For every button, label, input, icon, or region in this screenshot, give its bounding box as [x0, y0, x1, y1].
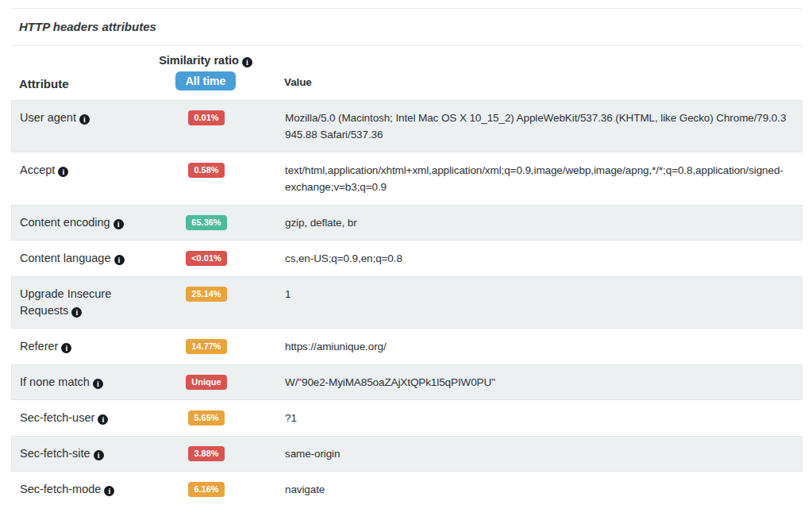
info-icon[interactable]: i: [242, 57, 252, 67]
similarity-ratio-badge: 6.16%: [188, 482, 224, 497]
info-icon[interactable]: i: [98, 414, 108, 425]
attribute-value: Mozilla/5.0 (Macintosh; Intel Mac OS X 1…: [254, 110, 794, 143]
attribute-value: text/html,application/xhtml+xml,applicat…: [254, 162, 794, 195]
table-row: Sec-fetch-useri 5.65% ?1: [11, 400, 802, 436]
all-time-button[interactable]: All time: [175, 71, 237, 91]
attribute-name: Sec-fetch-modei: [20, 481, 156, 498]
column-header-similarity: Similarity ratioi All time: [158, 54, 253, 91]
info-icon[interactable]: i: [114, 219, 124, 229]
table-row: Content encodingi 65.36% gzip, deflate, …: [11, 205, 802, 241]
similarity-ratio-badge: 0.01%: [188, 110, 224, 125]
info-icon[interactable]: i: [94, 450, 104, 460]
similarity-ratio-label: Similarity ratioi: [159, 54, 252, 67]
attribute-label: Accept: [20, 164, 55, 176]
attribute-value: https://amiunique.org/: [254, 338, 794, 355]
similarity-ratio-cell: 6.16%: [159, 481, 254, 498]
attribute-value: W/"90e2-MyiMA85oaZAjXtQPk1l5qPIW0PU": [254, 374, 794, 391]
info-icon[interactable]: i: [58, 167, 68, 177]
attribute-label: User agent: [20, 111, 76, 124]
attribute-label: Sec-fetch-user: [20, 411, 94, 424]
similarity-ratio-badge: 5.65%: [188, 410, 224, 426]
attribute-value: 1: [254, 286, 794, 319]
attribute-name: Refereri: [20, 338, 156, 355]
table-row: Upgrade Insecure Requestsi 25.14% 1: [11, 276, 802, 329]
info-icon[interactable]: i: [104, 486, 114, 496]
attribute-name: Sec-fetch-useri: [20, 410, 156, 426]
attribute-label: Content language: [20, 252, 111, 264]
similarity-ratio-cell: Unique: [159, 374, 254, 391]
info-icon[interactable]: i: [114, 255, 125, 265]
table-row: Refereri 14.77% https://amiunique.org/: [11, 329, 802, 364]
table-row: Accepti 0.58% text/html,application/xhtm…: [11, 152, 802, 205]
similarity-ratio-badge: 65.36%: [186, 215, 226, 230]
attribute-name: Content languagei: [20, 250, 156, 267]
table-row: User agenti 0.01% Mozilla/5.0 (Macintosh…: [11, 100, 802, 152]
similarity-ratio-badge: Unique: [186, 375, 226, 390]
attribute-label: If none match: [20, 376, 90, 388]
section-title-bar: HTTP headers attributes: [11, 8, 802, 46]
attribute-value: navigate: [254, 481, 794, 498]
table-row: Content languagei <0.01% cs,en-US;q=0.9,…: [11, 241, 802, 276]
similarity-ratio-cell: 25.14%: [159, 286, 254, 319]
info-icon[interactable]: i: [71, 307, 82, 318]
attribute-name: Accepti: [20, 162, 156, 195]
similarity-ratio-badge: 3.88%: [188, 446, 224, 461]
attribute-name: User agenti: [20, 110, 156, 143]
similarity-ratio-badge: <0.01%: [186, 251, 227, 266]
similarity-ratio-cell: <0.01%: [159, 250, 254, 267]
table-body: User agenti 0.01% Mozilla/5.0 (Macintosh…: [11, 100, 802, 507]
table-row: Sec-fetch-sitei 3.88% same-origin: [11, 436, 802, 472]
table-header: Attribute Similarity ratioi All time Val…: [11, 46, 802, 100]
attribute-value: gzip, deflate, br: [254, 214, 794, 231]
similarity-ratio-cell: 0.01%: [159, 110, 254, 143]
similarity-ratio-badge: 0.58%: [188, 163, 224, 178]
attribute-label: Sec-fetch-mode: [20, 483, 101, 495]
similarity-ratio-cell: 65.36%: [159, 214, 254, 231]
similarity-ratio-cell: 14.77%: [159, 338, 254, 355]
attribute-label: Content encoding: [20, 216, 110, 229]
attribute-label: Upgrade Insecure Requests: [20, 287, 111, 317]
section-title: HTTP headers attributes: [19, 20, 156, 33]
attribute-label: Sec-fetch-site: [20, 447, 90, 460]
info-icon[interactable]: i: [79, 114, 90, 125]
column-header-attribute: Attribute: [19, 77, 158, 91]
similarity-ratio-badge: 14.77%: [186, 339, 226, 354]
attribute-name: Upgrade Insecure Requestsi: [20, 286, 156, 319]
table-row: Sec-fetch-modei 6.16% navigate: [11, 472, 802, 507]
http-headers-panel: HTTP headers attributes Attribute Simila…: [11, 8, 802, 507]
attribute-name: Sec-fetch-sitei: [20, 445, 156, 462]
similarity-ratio-cell: 3.88%: [159, 445, 254, 462]
similarity-ratio-cell: 5.65%: [159, 410, 254, 426]
attribute-value: same-origin: [254, 445, 794, 462]
similarity-ratio-cell: 0.58%: [159, 162, 254, 195]
attribute-label: Referer: [20, 340, 58, 352]
similarity-ratio-badge: 25.14%: [186, 287, 226, 302]
attribute-name: Content encodingi: [20, 214, 156, 231]
info-icon[interactable]: i: [61, 343, 71, 353]
table-row: If none matchi Unique W/"90e2-MyiMA85oaZ…: [11, 364, 802, 400]
column-header-value: Value: [253, 74, 795, 91]
attribute-value: cs,en-US;q=0.9,en;q=0.8: [254, 250, 794, 267]
info-icon[interactable]: i: [93, 379, 103, 389]
attribute-name: If none matchi: [20, 374, 156, 391]
attribute-value: ?1: [254, 410, 794, 426]
